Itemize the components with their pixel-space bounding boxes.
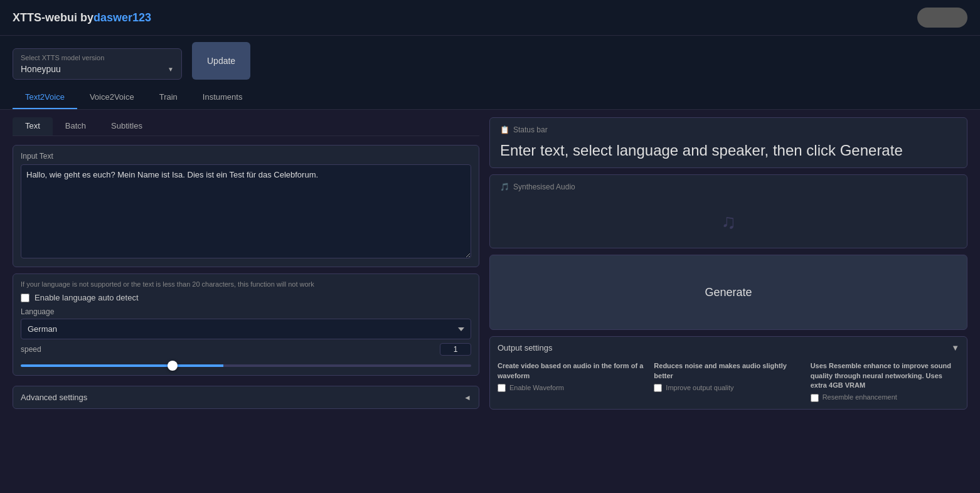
lang-detect-checkbox-label[interactable]: Enable language auto detect: [35, 293, 139, 302]
title-prefix: XTTS-webui by: [13, 11, 93, 24]
resemble-checkbox[interactable]: [811, 394, 819, 402]
app-title: XTTS-webui bydaswer123: [13, 11, 151, 24]
audio-placeholder: ♫: [500, 203, 957, 240]
waveform-checkbox[interactable]: [498, 384, 506, 392]
output-option-resemble: Uses Resemble enhance to improve sound q…: [811, 359, 959, 403]
status-bar-box: 📋 Status bar Enter text, select language…: [489, 117, 967, 168]
output-options: Create video based on audio in the form …: [498, 359, 959, 403]
lang-detect-box: If your language is not supported or the…: [13, 273, 479, 376]
output-settings-header: Output settings ▼: [498, 343, 959, 353]
quality-checkbox[interactable]: [654, 384, 662, 392]
output-option-waveform: Create video based on audio in the form …: [498, 359, 646, 403]
lang-detect-checkbox-row: Enable language auto detect: [21, 293, 471, 302]
output-option-quality: Reduces noise and makes audio slightly b…: [654, 359, 802, 403]
status-bar-header-label: Status bar: [513, 125, 548, 134]
output-option-quality-desc: Reduces noise and makes audio slightly b…: [654, 361, 802, 381]
model-select-wrap[interactable]: Select XTTS model version Honeypuu ▼: [13, 48, 182, 80]
output-option-resemble-desc: Uses Resemble enhance to improve sound q…: [811, 361, 959, 390]
speed-label: speed: [21, 345, 41, 354]
advanced-settings-box[interactable]: Advanced settings ◄: [13, 386, 479, 409]
speed-slider[interactable]: [21, 364, 471, 367]
sub-tabs: Text Batch Subtitles: [13, 117, 479, 136]
tab-instruments[interactable]: Instuments: [190, 86, 255, 109]
output-option-quality-checkbox-row: Improve output quality: [654, 383, 802, 393]
output-option-resemble-checkbox-row: Resemble enhancement: [811, 393, 959, 402]
status-bar-header: 📋 Status bar: [500, 125, 957, 134]
input-textarea[interactable]: [21, 164, 471, 258]
audio-music-icon: ♫: [721, 210, 736, 233]
advanced-settings-arrow: ◄: [464, 393, 471, 402]
language-field-group: Language German English French Spanish I…: [21, 307, 471, 339]
speed-header: speed: [21, 343, 471, 356]
output-settings-box: Output settings ▼ Create video based on …: [489, 336, 967, 410]
language-label: Language: [21, 307, 471, 316]
tab-train[interactable]: Train: [147, 86, 190, 109]
title-link[interactable]: daswer123: [93, 11, 151, 24]
audio-icon: 🎵: [500, 183, 509, 191]
model-select-value[interactable]: Honeypuu ▼: [21, 64, 174, 74]
audio-header: 🎵 Synthesised Audio: [500, 183, 575, 191]
output-option-waveform-desc: Create video based on audio in the form …: [498, 361, 646, 381]
tab-voice2voice[interactable]: Voice2Voice: [77, 86, 147, 109]
model-dropdown-arrow: ▼: [168, 66, 174, 73]
sub-tab-text[interactable]: Text: [13, 117, 53, 135]
quality-checkbox-label[interactable]: Improve output quality: [666, 383, 733, 393]
output-settings-label: Output settings: [498, 343, 552, 353]
update-button[interactable]: Update: [192, 42, 250, 80]
advanced-settings-label: Advanced settings: [21, 393, 87, 402]
sub-tab-batch[interactable]: Batch: [53, 117, 99, 135]
status-text: Enter text, select language and speaker,…: [500, 140, 957, 160]
tab-text2voice[interactable]: Text2Voice: [13, 86, 77, 109]
audio-header-label: Synthesised Audio: [513, 183, 575, 191]
header: XTTS-webui bydaswer123: [0, 0, 980, 36]
user-avatar: [917, 8, 967, 28]
input-text-label: Input Text: [21, 152, 471, 161]
speed-box: speed: [21, 343, 471, 369]
sub-tab-subtitles[interactable]: Subtitles: [99, 117, 155, 135]
model-select-label: Select XTTS model version: [21, 54, 174, 61]
output-option-waveform-checkbox-row: Enable Waveform: [498, 383, 646, 393]
output-settings-toggle[interactable]: ▼: [951, 343, 959, 353]
main-nav: Text2Voice Voice2Voice Train Instuments: [0, 86, 980, 110]
status-bar-icon: 📋: [500, 125, 509, 134]
right-panel: 📋 Status bar Enter text, select language…: [489, 117, 967, 493]
waveform-checkbox-label[interactable]: Enable Waveform: [509, 383, 564, 393]
language-dropdown[interactable]: German English French Spanish Italian: [21, 319, 471, 339]
generate-box[interactable]: Generate: [489, 255, 967, 330]
left-panel: Text Batch Subtitles Input Text If your …: [13, 117, 489, 493]
model-selected-value: Honeypuu: [21, 64, 61, 74]
generate-label: Generate: [705, 286, 752, 299]
resemble-checkbox-label[interactable]: Resemble enhancement: [823, 393, 897, 402]
input-text-box: Input Text: [13, 145, 479, 267]
speed-value-input[interactable]: [440, 343, 471, 356]
model-row: Select XTTS model version Honeypuu ▼ Upd…: [0, 36, 980, 86]
audio-box: 🎵 Synthesised Audio ♫: [489, 174, 967, 248]
content: Text Batch Subtitles Input Text If your …: [0, 110, 980, 493]
lang-detect-checkbox[interactable]: [21, 294, 29, 302]
lang-detect-note: If your language is not supported or the…: [21, 280, 471, 288]
